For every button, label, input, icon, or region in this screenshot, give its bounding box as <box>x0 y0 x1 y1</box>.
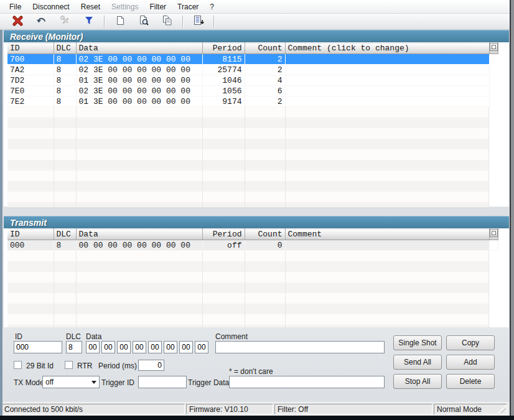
cell-comment[interactable] <box>285 86 489 96</box>
col-period: Period <box>202 43 245 54</box>
table-row[interactable]: 700802 3E 00 00 00 00 00 0081152 <box>7 54 498 65</box>
cell-dlc: 8 <box>54 54 76 65</box>
receive-table-corner <box>489 43 498 54</box>
log-export-button[interactable] <box>187 14 210 29</box>
id-label: ID <box>15 332 22 341</box>
window-right-border <box>510 0 514 416</box>
data-byte-5-input[interactable] <box>164 341 177 353</box>
resize-grip[interactable] <box>498 405 506 413</box>
data-byte-4-input[interactable] <box>148 341 162 353</box>
receive-header-row: ID DLC Data Period Count Comment (click … <box>7 43 498 54</box>
dlc-input[interactable] <box>66 341 82 353</box>
cell-period: off <box>202 240 245 251</box>
col-id: ID <box>7 43 54 54</box>
receive-table-empty-area <box>7 107 489 207</box>
filter-icon <box>84 16 94 27</box>
cell-comment[interactable] <box>285 75 489 86</box>
receive-title: Receive (Monitor) <box>4 30 509 42</box>
29bit-checkbox[interactable] <box>14 361 22 369</box>
trigger-id-input[interactable] <box>138 376 187 388</box>
disconnect-button[interactable] <box>6 14 30 29</box>
cell-dlc: 8 <box>54 240 76 251</box>
menu-tracer[interactable]: Tracer <box>172 1 204 13</box>
preview-icon <box>138 15 149 28</box>
preview-button[interactable] <box>132 14 156 29</box>
table-row[interactable]: 7D2801 3E 00 00 00 00 00 0010464 <box>7 75 498 86</box>
client-area: File Disconnect Reset Settings Filter Tr… <box>0 0 510 416</box>
trigger-data-label: Trigger Data <box>188 378 229 387</box>
toolbar-separator <box>104 16 105 28</box>
cell-comment[interactable] <box>285 54 489 65</box>
table-options-button[interactable] <box>490 43 498 51</box>
data-label: Data <box>86 332 101 341</box>
cell-dlc: 8 <box>54 75 76 86</box>
receive-table: ID DLC Data Period Count Comment (click … <box>7 42 498 107</box>
cell-count: 2 <box>245 96 285 107</box>
id-input[interactable] <box>14 341 62 353</box>
cell-data: 02 3E 00 00 00 00 00 00 <box>76 54 202 65</box>
cell-id: 700 <box>7 54 54 65</box>
data-byte-7-input[interactable] <box>195 341 208 353</box>
txmode-value: off <box>45 378 54 386</box>
table-row[interactable]: 7E2801 3E 00 00 00 00 00 0091742 <box>7 96 498 107</box>
trigger-id-label: Trigger ID <box>101 378 134 387</box>
data-byte-0-input[interactable] <box>86 341 100 353</box>
col-comment: Comment (click to change) <box>285 43 489 54</box>
receive-section: Receive (Monitor) ID DLC Data Period Cou… <box>4 30 509 207</box>
menu-disconnect[interactable]: Disconnect <box>27 1 75 13</box>
col-data: Data <box>76 43 202 54</box>
cell-count: 4 <box>245 75 285 86</box>
disconnect-icon <box>12 15 24 28</box>
settings-tools-icon <box>60 15 71 28</box>
data-byte-1-input[interactable] <box>101 341 115 353</box>
copy-message-button[interactable]: Copy <box>446 335 495 350</box>
dont-care-note: * = don't care <box>229 367 273 376</box>
data-byte-2-input[interactable] <box>117 341 131 353</box>
add-button[interactable]: Add <box>446 355 495 370</box>
copy-button[interactable] <box>156 14 179 29</box>
stop-all-button[interactable]: Stop All <box>393 374 442 389</box>
cell-comment[interactable] <box>285 96 489 107</box>
chevron-down-icon <box>91 381 96 384</box>
data-byte-3-input[interactable] <box>133 341 146 353</box>
firmware-status: Firmware: V10.10 <box>186 404 273 414</box>
menu-file[interactable]: File <box>4 1 27 13</box>
log-export-icon <box>193 15 204 28</box>
toolbar-separator <box>213 16 215 28</box>
undo-icon <box>36 15 47 28</box>
window-left-border <box>0 30 2 416</box>
rtr-checkbox[interactable] <box>65 361 73 369</box>
cell-period: 1046 <box>202 75 245 86</box>
period-input[interactable] <box>138 360 164 371</box>
menu-help[interactable]: ? <box>204 1 220 13</box>
new-message-button[interactable] <box>108 14 132 29</box>
period-label: Period (ms) <box>98 362 137 370</box>
message-editor: ID DLC Data Comment 29 Bit Id RTR Period… <box>0 327 510 402</box>
data-byte-6-input[interactable] <box>179 341 193 353</box>
txmode-dropdown[interactable]: off <box>42 376 100 388</box>
trigger-data-input[interactable] <box>229 376 385 388</box>
cell-data: 01 3E 00 00 00 00 00 00 <box>76 96 202 107</box>
send-all-button[interactable]: Send All <box>393 355 442 370</box>
comment-input[interactable] <box>215 341 385 353</box>
cell-comment <box>285 240 489 251</box>
table-row[interactable]: 000800 00 00 00 00 00 00 00off0 <box>7 240 498 251</box>
filter-status: Filter: Off <box>274 404 432 414</box>
transmit-table-empty-area <box>7 251 489 328</box>
table-options-button[interactable] <box>490 229 498 237</box>
single-shot-button[interactable]: Single Shot <box>393 335 442 350</box>
window-bottom-border <box>0 416 514 420</box>
col-comment: Comment <box>285 229 489 240</box>
col-id: ID <box>7 229 54 240</box>
cell-comment[interactable] <box>285 65 489 75</box>
cell-period: 8115 <box>202 54 245 65</box>
menu-reset[interactable]: Reset <box>75 1 106 13</box>
col-dlc: DLC <box>54 229 76 240</box>
delete-button[interactable]: Delete <box>446 374 495 389</box>
table-row[interactable]: 7A2802 3E 00 00 00 00 00 00257742 <box>7 65 498 75</box>
cell-id: 7D2 <box>7 75 54 86</box>
undo-button[interactable] <box>30 14 54 29</box>
filter-button[interactable] <box>77 14 101 29</box>
menu-filter[interactable]: Filter <box>144 1 172 13</box>
table-row[interactable]: 7E0802 3E 00 00 00 00 00 0010566 <box>7 86 498 96</box>
